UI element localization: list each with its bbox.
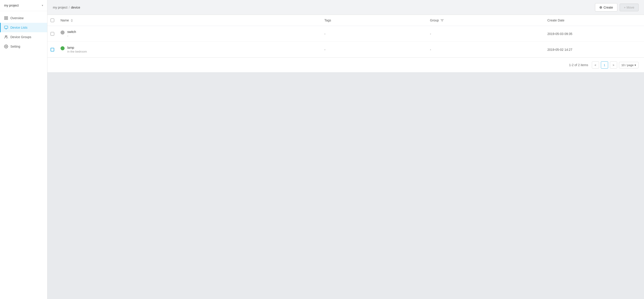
lamp-group: - bbox=[427, 42, 544, 57]
lamp-name: lamp bbox=[67, 46, 87, 49]
switch-name-cell: switch - bbox=[57, 26, 321, 42]
table-row: switch - - - 2019-05-03 09:35 bbox=[48, 26, 644, 42]
group-icon bbox=[4, 35, 8, 39]
breadcrumb-current: device bbox=[71, 6, 80, 9]
switch-tags: - bbox=[321, 26, 427, 42]
switch-checkbox-cell bbox=[48, 26, 57, 42]
create-date-column-header: Create Date bbox=[544, 15, 644, 26]
sidebar-item-overview[interactable]: Overview bbox=[0, 13, 47, 23]
breadcrumb-separator: / bbox=[69, 6, 70, 9]
sidebar: my project ▾ Overview Device Lists bbox=[0, 0, 48, 299]
table-row: lamp in the bedroom - - 2019-05-02 14:27 bbox=[48, 42, 644, 57]
project-selector[interactable]: my project ▾ bbox=[0, 0, 47, 11]
name-column-header[interactable]: Name bbox=[57, 15, 321, 26]
lamp-tags: - bbox=[321, 42, 427, 57]
switch-name: switch bbox=[67, 30, 76, 34]
svg-point-6 bbox=[6, 36, 7, 37]
grid-icon bbox=[4, 16, 8, 20]
current-page-label: 1 bbox=[604, 63, 605, 67]
sidebar-item-device-groups[interactable]: Device Groups bbox=[0, 32, 47, 42]
page-size-chevron-icon: ▾ bbox=[634, 63, 636, 67]
switch-group: - bbox=[427, 26, 544, 42]
breadcrumb: my project / device bbox=[53, 6, 80, 9]
move-label: + Move bbox=[624, 6, 634, 9]
switch-date: 2019-05-03 09:35 bbox=[544, 26, 644, 42]
project-chevron-icon: ▾ bbox=[42, 4, 43, 7]
prev-page-icon: < bbox=[594, 63, 596, 67]
page-size-selector[interactable]: 10 / page ▾ bbox=[619, 62, 638, 68]
group-column-label: Group bbox=[430, 18, 439, 22]
create-date-column-label: Create Date bbox=[547, 18, 564, 22]
group-filter-icon bbox=[440, 19, 444, 22]
pagination-info: 1-2 of 2 items bbox=[569, 63, 588, 67]
svg-rect-4 bbox=[4, 26, 8, 28]
create-button[interactable]: ⊕ Create bbox=[595, 3, 617, 11]
project-name: my project bbox=[4, 3, 19, 7]
sidebar-item-overview-label: Overview bbox=[10, 16, 24, 20]
prev-page-button[interactable]: < bbox=[592, 61, 599, 69]
device-table-container: Name Tags Group bbox=[48, 15, 644, 72]
gear-icon bbox=[4, 44, 8, 48]
sidebar-nav: Overview Device Lists Device Groups bbox=[0, 11, 47, 53]
lamp-checkbox-cell bbox=[48, 42, 57, 57]
lamp-status-dot bbox=[60, 46, 64, 50]
svg-point-7 bbox=[6, 46, 7, 47]
svg-rect-3 bbox=[6, 18, 8, 20]
switch-status-dot bbox=[60, 30, 64, 34]
next-page-icon: > bbox=[612, 63, 614, 67]
tags-column-label: Tags bbox=[324, 18, 331, 22]
svg-rect-2 bbox=[4, 18, 6, 20]
lamp-date: 2019-05-02 14:27 bbox=[544, 42, 644, 57]
group-column-header[interactable]: Group bbox=[427, 15, 544, 26]
current-page-button[interactable]: 1 bbox=[601, 61, 608, 69]
select-all-checkbox[interactable] bbox=[50, 18, 54, 22]
sidebar-item-device-lists[interactable]: Device Lists bbox=[0, 23, 47, 32]
next-page-button[interactable]: > bbox=[610, 61, 617, 69]
content-area: Name Tags Group bbox=[48, 15, 644, 299]
page-header: my project / device ⊕ Create + Move bbox=[48, 0, 644, 15]
main-content: my project / device ⊕ Create + Move bbox=[48, 0, 644, 299]
create-plus-icon: ⊕ bbox=[599, 5, 602, 9]
tags-column-header: Tags bbox=[321, 15, 427, 26]
sidebar-item-setting[interactable]: Setting bbox=[0, 42, 47, 51]
breadcrumb-project: my project bbox=[53, 6, 68, 9]
switch-subtitle: - bbox=[67, 34, 76, 37]
select-all-header bbox=[48, 15, 57, 26]
header-actions: ⊕ Create + Move bbox=[595, 3, 638, 11]
switch-checkbox[interactable] bbox=[50, 32, 54, 36]
create-label: Create bbox=[604, 6, 613, 9]
lamp-name-cell: lamp in the bedroom bbox=[57, 42, 321, 57]
move-button[interactable]: + Move bbox=[620, 3, 638, 11]
sidebar-item-device-groups-label: Device Groups bbox=[10, 35, 32, 39]
device-table: Name Tags Group bbox=[48, 15, 644, 57]
lamp-subtitle: in the bedroom bbox=[67, 50, 87, 53]
sidebar-item-setting-label: Setting bbox=[10, 45, 20, 48]
name-column-label: Name bbox=[60, 18, 69, 22]
name-sort-icon bbox=[71, 19, 73, 22]
svg-rect-1 bbox=[6, 16, 8, 17]
pagination-bar: 1-2 of 2 items < 1 > 10 / page ▾ bbox=[48, 57, 644, 72]
svg-rect-0 bbox=[4, 16, 6, 17]
device-icon bbox=[4, 25, 8, 29]
page-size-label: 10 / page bbox=[622, 63, 634, 67]
lamp-checkbox[interactable] bbox=[50, 48, 54, 51]
sidebar-item-device-lists-label: Device Lists bbox=[10, 26, 27, 29]
